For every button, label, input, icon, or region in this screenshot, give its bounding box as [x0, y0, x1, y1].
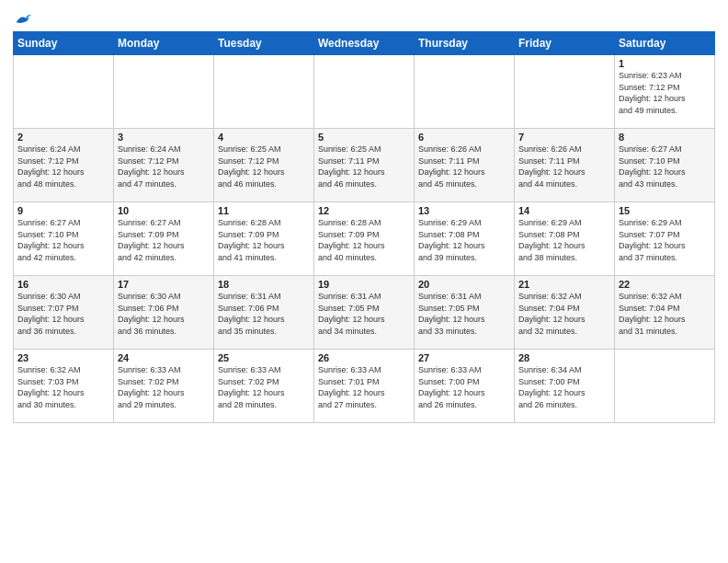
- logo-area: [13, 9, 31, 26]
- col-header-wednesday: Wednesday: [314, 32, 415, 55]
- day-cell: 7Sunrise: 6:26 AM Sunset: 7:11 PM Daylig…: [515, 129, 615, 202]
- day-cell: 2Sunrise: 6:24 AM Sunset: 7:12 PM Daylig…: [14, 129, 114, 202]
- day-info: Sunrise: 6:28 AM Sunset: 7:09 PM Dayligh…: [318, 217, 410, 263]
- day-number: 19: [318, 279, 410, 290]
- day-info: Sunrise: 6:27 AM Sunset: 7:09 PM Dayligh…: [118, 217, 210, 263]
- day-cell: 13Sunrise: 6:29 AM Sunset: 7:08 PM Dayli…: [415, 202, 515, 276]
- calendar-table: SundayMondayTuesdayWednesdayThursdayFrid…: [13, 31, 715, 423]
- header-row: SundayMondayTuesdayWednesdayThursdayFrid…: [14, 32, 715, 55]
- col-header-monday: Monday: [114, 32, 214, 55]
- col-header-saturday: Saturday: [615, 32, 715, 55]
- day-number: 27: [418, 352, 510, 363]
- day-cell: 15Sunrise: 6:29 AM Sunset: 7:07 PM Dayli…: [615, 202, 715, 276]
- day-info: Sunrise: 6:29 AM Sunset: 7:07 PM Dayligh…: [619, 217, 711, 263]
- day-cell: 1Sunrise: 6:23 AM Sunset: 7:12 PM Daylig…: [615, 55, 715, 129]
- day-number: 20: [418, 279, 510, 290]
- day-cell: 20Sunrise: 6:31 AM Sunset: 7:05 PM Dayli…: [415, 276, 515, 350]
- day-number: 8: [619, 132, 711, 143]
- day-info: Sunrise: 6:30 AM Sunset: 7:06 PM Dayligh…: [118, 291, 210, 337]
- day-number: 6: [418, 132, 510, 143]
- day-number: 11: [218, 205, 310, 216]
- col-header-sunday: Sunday: [14, 32, 114, 55]
- col-header-tuesday: Tuesday: [214, 32, 314, 55]
- day-info: Sunrise: 6:32 AM Sunset: 7:03 PM Dayligh…: [17, 364, 109, 410]
- day-cell: [214, 55, 314, 129]
- day-cell: 25Sunrise: 6:33 AM Sunset: 7:02 PM Dayli…: [214, 350, 314, 423]
- day-number: 23: [17, 352, 109, 363]
- day-cell: 26Sunrise: 6:33 AM Sunset: 7:01 PM Dayli…: [314, 350, 415, 423]
- day-cell: 16Sunrise: 6:30 AM Sunset: 7:07 PM Dayli…: [14, 276, 114, 350]
- day-number: 22: [619, 279, 711, 290]
- week-row-3: 9Sunrise: 6:27 AM Sunset: 7:10 PM Daylig…: [14, 202, 715, 276]
- day-info: Sunrise: 6:32 AM Sunset: 7:04 PM Dayligh…: [619, 291, 711, 337]
- day-number: 10: [118, 205, 210, 216]
- day-cell: [314, 55, 415, 129]
- day-cell: 11Sunrise: 6:28 AM Sunset: 7:09 PM Dayli…: [214, 202, 314, 276]
- day-cell: [515, 55, 615, 129]
- day-cell: [114, 55, 214, 129]
- day-info: Sunrise: 6:24 AM Sunset: 7:12 PM Dayligh…: [17, 144, 109, 190]
- day-cell: 12Sunrise: 6:28 AM Sunset: 7:09 PM Dayli…: [314, 202, 415, 276]
- day-number: 1: [619, 58, 711, 69]
- day-info: Sunrise: 6:26 AM Sunset: 7:11 PM Dayligh…: [418, 144, 510, 190]
- day-cell: 28Sunrise: 6:34 AM Sunset: 7:00 PM Dayli…: [515, 350, 615, 423]
- week-row-2: 2Sunrise: 6:24 AM Sunset: 7:12 PM Daylig…: [14, 129, 715, 202]
- day-info: Sunrise: 6:27 AM Sunset: 7:10 PM Dayligh…: [619, 144, 711, 190]
- day-cell: 4Sunrise: 6:25 AM Sunset: 7:12 PM Daylig…: [214, 129, 314, 202]
- day-cell: 22Sunrise: 6:32 AM Sunset: 7:04 PM Dayli…: [615, 276, 715, 350]
- day-info: Sunrise: 6:34 AM Sunset: 7:00 PM Dayligh…: [518, 364, 610, 410]
- day-cell: 27Sunrise: 6:33 AM Sunset: 7:00 PM Dayli…: [415, 350, 515, 423]
- day-info: Sunrise: 6:28 AM Sunset: 7:09 PM Dayligh…: [218, 217, 310, 263]
- logo-bird-icon: [15, 13, 31, 26]
- day-cell: 3Sunrise: 6:24 AM Sunset: 7:12 PM Daylig…: [114, 129, 214, 202]
- day-number: 12: [318, 205, 410, 216]
- day-info: Sunrise: 6:33 AM Sunset: 7:02 PM Dayligh…: [218, 364, 310, 410]
- day-info: Sunrise: 6:31 AM Sunset: 7:05 PM Dayligh…: [318, 291, 410, 337]
- day-number: 26: [318, 352, 410, 363]
- day-number: 16: [17, 279, 109, 290]
- day-info: Sunrise: 6:29 AM Sunset: 7:08 PM Dayligh…: [518, 217, 610, 263]
- day-info: Sunrise: 6:33 AM Sunset: 7:02 PM Dayligh…: [118, 364, 210, 410]
- day-info: Sunrise: 6:29 AM Sunset: 7:08 PM Dayligh…: [418, 217, 510, 263]
- week-row-1: 1Sunrise: 6:23 AM Sunset: 7:12 PM Daylig…: [14, 55, 715, 129]
- day-info: Sunrise: 6:33 AM Sunset: 7:01 PM Dayligh…: [318, 364, 410, 410]
- day-info: Sunrise: 6:26 AM Sunset: 7:11 PM Dayligh…: [518, 144, 610, 190]
- page: SundayMondayTuesdayWednesdayThursdayFrid…: [0, 0, 728, 563]
- day-cell: 6Sunrise: 6:26 AM Sunset: 7:11 PM Daylig…: [415, 129, 515, 202]
- day-number: 7: [518, 132, 610, 143]
- day-cell: 10Sunrise: 6:27 AM Sunset: 7:09 PM Dayli…: [114, 202, 214, 276]
- day-cell: 14Sunrise: 6:29 AM Sunset: 7:08 PM Dayli…: [515, 202, 615, 276]
- day-number: 18: [218, 279, 310, 290]
- day-cell: 8Sunrise: 6:27 AM Sunset: 7:10 PM Daylig…: [615, 129, 715, 202]
- day-number: 5: [318, 132, 410, 143]
- col-header-friday: Friday: [515, 32, 615, 55]
- day-info: Sunrise: 6:31 AM Sunset: 7:05 PM Dayligh…: [418, 291, 510, 337]
- day-number: 28: [518, 352, 610, 363]
- day-cell: [415, 55, 515, 129]
- day-cell: 24Sunrise: 6:33 AM Sunset: 7:02 PM Dayli…: [114, 350, 214, 423]
- day-info: Sunrise: 6:30 AM Sunset: 7:07 PM Dayligh…: [17, 291, 109, 337]
- day-number: 2: [17, 132, 109, 143]
- day-cell: 23Sunrise: 6:32 AM Sunset: 7:03 PM Dayli…: [14, 350, 114, 423]
- day-cell: 17Sunrise: 6:30 AM Sunset: 7:06 PM Dayli…: [114, 276, 214, 350]
- day-number: 9: [17, 205, 109, 216]
- day-number: 21: [518, 279, 610, 290]
- col-header-thursday: Thursday: [415, 32, 515, 55]
- day-info: Sunrise: 6:25 AM Sunset: 7:11 PM Dayligh…: [318, 144, 410, 190]
- day-info: Sunrise: 6:27 AM Sunset: 7:10 PM Dayligh…: [17, 217, 109, 263]
- day-info: Sunrise: 6:32 AM Sunset: 7:04 PM Dayligh…: [518, 291, 610, 337]
- day-number: 14: [518, 205, 610, 216]
- day-info: Sunrise: 6:33 AM Sunset: 7:00 PM Dayligh…: [418, 364, 510, 410]
- day-number: 15: [619, 205, 711, 216]
- day-number: 3: [118, 132, 210, 143]
- day-number: 17: [118, 279, 210, 290]
- day-info: Sunrise: 6:23 AM Sunset: 7:12 PM Dayligh…: [619, 70, 711, 116]
- week-row-4: 16Sunrise: 6:30 AM Sunset: 7:07 PM Dayli…: [14, 276, 715, 350]
- week-row-5: 23Sunrise: 6:32 AM Sunset: 7:03 PM Dayli…: [14, 350, 715, 423]
- day-info: Sunrise: 6:25 AM Sunset: 7:12 PM Dayligh…: [218, 144, 310, 190]
- day-number: 13: [418, 205, 510, 216]
- day-cell: 5Sunrise: 6:25 AM Sunset: 7:11 PM Daylig…: [314, 129, 415, 202]
- day-cell: [615, 350, 715, 423]
- day-number: 24: [118, 352, 210, 363]
- header: [13, 9, 715, 26]
